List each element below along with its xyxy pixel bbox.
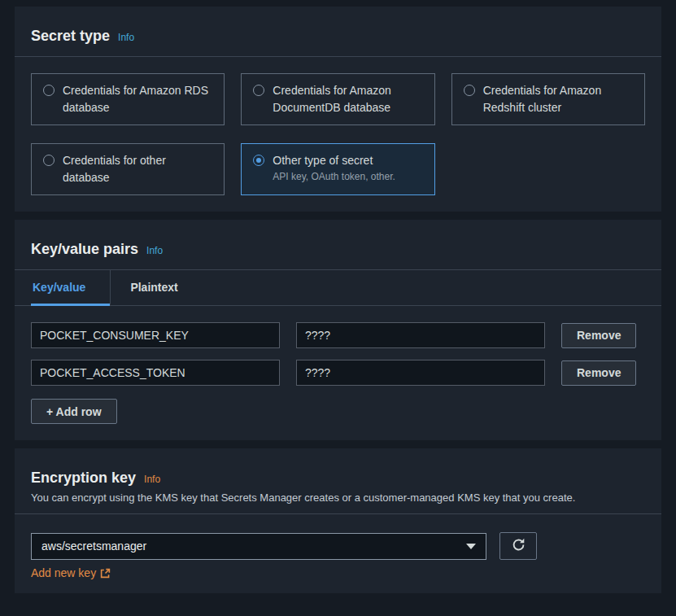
encryption-key-info-link[interactable]: Info bbox=[144, 474, 160, 485]
option-label: Credentials for Amazon DocumentDB databa… bbox=[273, 82, 422, 116]
kv-key-input-2[interactable] bbox=[31, 360, 280, 386]
refresh-keys-button[interactable] bbox=[499, 532, 537, 560]
kv-tabbar: Key/value Plaintext bbox=[15, 270, 661, 306]
option-label: Credentials for Amazon RDS database bbox=[63, 82, 212, 116]
radio-icon bbox=[43, 85, 55, 96]
option-other-type-of-secret[interactable]: Other type of secret API key, OAuth toke… bbox=[241, 143, 434, 195]
tab-key-value[interactable]: Key/value bbox=[31, 270, 110, 306]
add-row-button[interactable]: + Add row bbox=[31, 399, 117, 424]
kv-value-input-2[interactable] bbox=[296, 360, 545, 386]
chevron-down-icon bbox=[466, 544, 476, 549]
tab-plaintext[interactable]: Plaintext bbox=[110, 270, 197, 306]
external-link-icon bbox=[100, 568, 111, 579]
encryption-key-card: Encryption key Info You can encrypt usin… bbox=[15, 448, 661, 593]
key-value-pairs-card: Key/value pairs Info Key/value Plaintext… bbox=[15, 220, 661, 440]
key-value-pairs-info-link[interactable]: Info bbox=[146, 245, 163, 256]
option-credentials-documentdb[interactable]: Credentials for Amazon DocumentDB databa… bbox=[241, 73, 434, 125]
kv-value-input-1[interactable] bbox=[296, 322, 545, 348]
encryption-key-description: You can encrypt using the KMS key that S… bbox=[31, 491, 645, 504]
remove-row-button-2[interactable]: Remove bbox=[561, 360, 636, 386]
encryption-key-header: Encryption key Info You can encrypt usin… bbox=[15, 448, 661, 514]
key-value-pairs-header: Key/value pairs Info bbox=[15, 220, 661, 270]
option-sublabel: API key, OAuth token, other. bbox=[273, 171, 395, 182]
add-new-key-label: Add new key bbox=[31, 566, 96, 579]
option-label: Credentials for Amazon Redshift cluster bbox=[483, 82, 633, 116]
secret-type-card: Secret type Info Credentials for Amazon … bbox=[15, 7, 661, 212]
radio-icon bbox=[43, 155, 55, 166]
kv-key-input-1[interactable] bbox=[31, 322, 280, 348]
remove-row-button-1[interactable]: Remove bbox=[561, 323, 636, 348]
secret-type-info-link[interactable]: Info bbox=[118, 32, 134, 43]
option-label: Other type of secret bbox=[273, 154, 373, 167]
add-new-key-link[interactable]: Add new key bbox=[31, 566, 111, 579]
secret-type-title: Secret type bbox=[31, 28, 110, 45]
radio-icon-selected bbox=[253, 155, 264, 166]
key-value-pairs-title: Key/value pairs bbox=[31, 241, 138, 258]
secret-type-options: Credentials for Amazon RDS database Cred… bbox=[31, 73, 645, 195]
option-credentials-redshift[interactable]: Credentials for Amazon Redshift cluster bbox=[451, 73, 645, 125]
kms-key-select[interactable]: aws/secretsmanager bbox=[31, 533, 486, 560]
kms-key-selected-value: aws/secretsmanager bbox=[41, 540, 146, 553]
kv-row-2: Remove bbox=[31, 360, 645, 386]
option-credentials-other-database[interactable]: Credentials for other database bbox=[31, 143, 225, 195]
kv-row-1: Remove bbox=[31, 322, 645, 348]
radio-icon bbox=[253, 85, 264, 96]
option-credentials-rds[interactable]: Credentials for Amazon RDS database bbox=[31, 73, 225, 125]
encryption-key-title: Encryption key bbox=[31, 470, 136, 487]
option-label: Credentials for other database bbox=[63, 152, 212, 186]
secret-type-header: Secret type Info bbox=[15, 7, 661, 57]
radio-icon bbox=[464, 85, 475, 96]
refresh-icon bbox=[512, 538, 526, 555]
